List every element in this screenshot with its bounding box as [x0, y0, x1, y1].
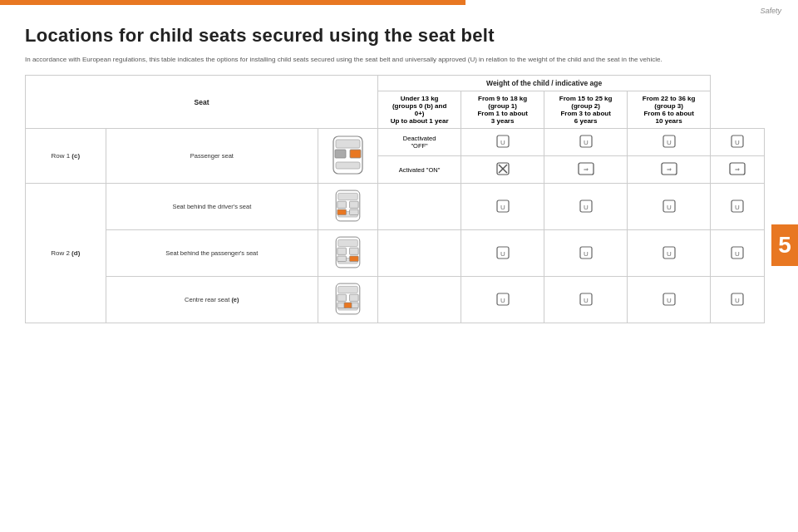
row2-seat3-diagram	[318, 277, 378, 323]
row1-off-col0: U	[461, 129, 544, 156]
approved-icon: U	[663, 246, 676, 259]
car-diagram-rear-center	[325, 280, 371, 318]
row2-seat1-airbag	[378, 184, 461, 230]
svg-rect-41	[337, 248, 347, 254]
row2-seat2-col2: U	[628, 230, 711, 277]
approved-icon: U	[579, 246, 593, 259]
weight-col-header: Weight of the child / indicative age	[378, 76, 711, 91]
svg-rect-4	[350, 150, 361, 158]
svg-rect-29	[350, 209, 359, 215]
prohibited-icon	[496, 162, 510, 175]
svg-rect-1	[336, 140, 360, 148]
row2-seat3-col0: U	[461, 277, 544, 323]
svg-text:U: U	[735, 139, 740, 146]
row1-label: Row 1 (c)	[26, 129, 106, 184]
svg-text:⇒: ⇒	[584, 166, 589, 172]
svg-text:U: U	[667, 296, 672, 303]
row1-off-col2: U	[628, 129, 711, 156]
approved-icon: U	[496, 293, 510, 306]
table-row: Row 1 (c) Passenger seat	[26, 129, 765, 156]
row1-seat-label: Passenger seat	[106, 129, 318, 184]
weight-col-1: From 9 to 18 kg (group 1) From 1 to abou…	[461, 91, 544, 129]
seat-col-header: Seat	[26, 76, 378, 129]
row2-seat1-col3: U	[711, 184, 765, 230]
row2-seat2-diagram	[318, 230, 378, 277]
svg-rect-43	[337, 256, 347, 262]
svg-text:⇒: ⇒	[735, 166, 740, 172]
svg-rect-28	[337, 209, 347, 215]
svg-rect-3	[335, 150, 346, 158]
svg-text:U: U	[584, 249, 589, 257]
approved-icon: U	[731, 135, 744, 148]
weight-col-2: From 15 to 25 kg (group 2) From 3 to abo…	[544, 91, 628, 129]
svg-text:U: U	[735, 203, 740, 210]
svg-rect-60	[344, 303, 352, 308]
top-bar	[0, 0, 466, 5]
svg-text:U: U	[500, 203, 505, 210]
row2-seat1-col1: U	[544, 184, 628, 230]
row2-seat3-airbag	[378, 277, 461, 323]
table-row: Row 2 (d) Seat behind the driver's seat	[26, 184, 765, 230]
forward-facing-icon: ⇒	[578, 162, 594, 175]
approved-icon: U	[731, 246, 744, 259]
svg-text:U: U	[735, 249, 740, 257]
approved-icon: U	[579, 135, 593, 148]
svg-rect-2	[336, 162, 360, 169]
svg-rect-5	[335, 160, 361, 161]
approved-icon: U	[579, 200, 593, 213]
approved-icon: U	[496, 246, 510, 259]
svg-text:U: U	[667, 249, 672, 257]
svg-rect-42	[350, 248, 359, 254]
svg-text:U: U	[667, 139, 672, 146]
approved-icon: U	[663, 293, 676, 306]
approved-icon: U	[496, 200, 510, 213]
row1-off-col1: U	[544, 129, 628, 156]
row1-on-col0	[461, 156, 544, 184]
section-label: Safety	[760, 7, 781, 15]
table-row: Seat behind the passenger's seat	[26, 230, 765, 277]
svg-rect-39	[338, 239, 358, 246]
description: In accordance with European regulations,…	[25, 55, 707, 65]
row2-seat1-col0: U	[461, 184, 544, 230]
car-diagram-front	[325, 132, 371, 178]
weight-col-3: From 22 to 36 kg (group 3) From 6 to abo…	[628, 91, 711, 129]
row2-seat1-diagram	[318, 184, 378, 230]
chapter-tab: 5	[771, 224, 798, 266]
row1-on-col1: ⇒	[544, 156, 628, 184]
page-title: Locations for child seats secured using …	[25, 25, 765, 47]
row2-seat1-col2: U	[628, 184, 711, 230]
svg-rect-57	[350, 294, 359, 301]
row1-on-col3: ⇒	[711, 156, 765, 184]
svg-text:U: U	[584, 296, 589, 303]
forward-facing-icon: ⇒	[661, 162, 677, 175]
svg-rect-26	[337, 201, 347, 208]
weight-col-0: Under 13 kg (groups 0 (b) and 0+) Up to …	[378, 91, 461, 129]
approved-icon: U	[496, 135, 510, 148]
row1-car-diagram	[318, 129, 378, 184]
forward-facing-icon: ⇒	[729, 162, 746, 175]
svg-text:U: U	[584, 139, 589, 146]
approved-icon: U	[731, 293, 744, 306]
row2-seat1-label: Seat behind the driver's seat	[106, 184, 318, 230]
svg-rect-27	[350, 201, 359, 208]
row2-seat3-col1: U	[544, 277, 628, 323]
child-seats-table: Seat Weight of the child / indicative ag…	[25, 75, 765, 323]
svg-text:U: U	[667, 203, 672, 210]
row1-airbag-off: Deactivated"OFF"	[378, 129, 461, 156]
svg-text:U: U	[500, 139, 505, 146]
approved-icon: U	[731, 200, 744, 213]
approved-icon: U	[663, 200, 676, 213]
row2-label: Row 2 (d)	[26, 184, 106, 323]
row1-on-col2: ⇒	[628, 156, 711, 184]
svg-text:U: U	[500, 249, 505, 257]
svg-rect-24	[338, 193, 358, 200]
main-content: Locations for child seats secured using …	[25, 15, 765, 323]
svg-rect-44	[350, 256, 359, 262]
row2-seat2-label: Seat behind the passenger's seat	[106, 230, 318, 277]
row2-seat3-label: Centre rear seat (e)	[106, 277, 318, 323]
svg-text:U: U	[500, 296, 505, 303]
row2-seat3-col2: U	[628, 277, 711, 323]
row2-seat2-col3: U	[711, 230, 765, 277]
row2-seat2-col0: U	[461, 230, 544, 277]
svg-rect-56	[337, 294, 347, 301]
